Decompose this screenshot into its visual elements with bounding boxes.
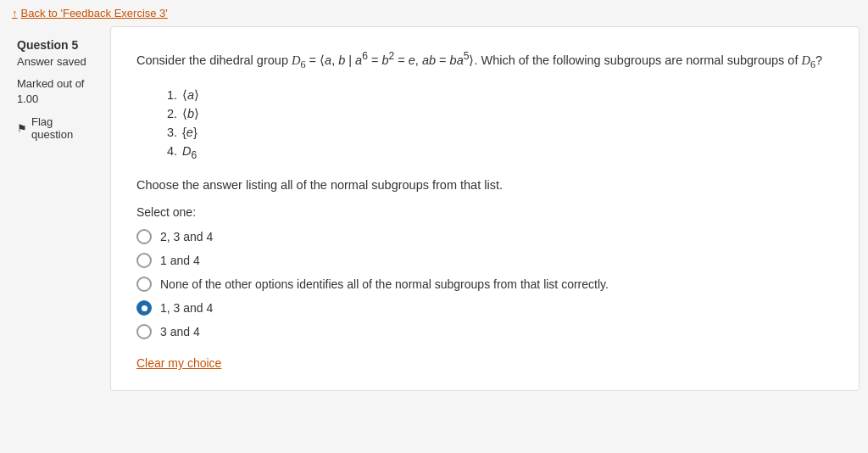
radio-circle-4: [136, 300, 152, 316]
subgroup-item-2: 2. ⟨b⟩: [162, 107, 833, 120]
radio-option-3[interactable]: None of the other options identifies all…: [136, 277, 833, 292]
select-one-label: Select one:: [136, 205, 833, 219]
radio-option-4[interactable]: 1, 3 and 4: [136, 300, 833, 316]
back-link-label: Back to 'Feedback Exercise 3': [21, 7, 168, 20]
sidebar: Question 5 Answer saved Marked out of 1.…: [8, 26, 102, 391]
choose-text: Choose the answer listing all of the nor…: [136, 178, 833, 192]
subgroup-item-4: 4. D6: [162, 144, 833, 161]
radio-label-2: 1 and 4: [160, 254, 200, 267]
subgroup-item-1: 1. ⟨a⟩: [162, 88, 833, 102]
question-text: Consider the dihedral group D6 = ⟨a, b |…: [136, 48, 833, 73]
flag-question-button[interactable]: ⚑ Flag question: [17, 115, 93, 141]
answer-saved-label: Answer saved: [17, 55, 93, 68]
radio-circle-5: [136, 324, 152, 339]
back-arrow-icon: ↑: [12, 7, 18, 20]
marked-out-of: Marked out of 1.00: [17, 76, 93, 107]
subgroups-list: 1. ⟨a⟩ 2. ⟨b⟩ 3. {e} 4. D6: [162, 88, 833, 161]
back-link[interactable]: ↑ Back to 'Feedback Exercise 3': [0, 0, 868, 26]
question-content: Consider the dihedral group D6 = ⟨a, b |…: [110, 26, 860, 391]
radio-label-3: None of the other options identifies all…: [160, 277, 609, 291]
radio-group: 2, 3 and 4 1 and 4 None of the other opt…: [136, 229, 833, 339]
radio-circle-1: [136, 229, 152, 244]
question-number: Question 5: [17, 38, 93, 52]
radio-option-5[interactable]: 3 and 4: [136, 324, 833, 339]
radio-label-1: 2, 3 and 4: [160, 230, 213, 243]
radio-label-4: 1, 3 and 4: [160, 301, 213, 315]
subgroup-item-3: 3. {e}: [162, 126, 833, 139]
radio-circle-2: [136, 253, 152, 268]
radio-label-5: 3 and 4: [160, 325, 200, 338]
radio-option-1[interactable]: 2, 3 and 4: [136, 229, 833, 244]
flag-icon: ⚑: [17, 122, 27, 135]
radio-option-2[interactable]: 1 and 4: [136, 253, 833, 268]
clear-choice-button[interactable]: Clear my choice: [136, 356, 221, 370]
radio-circle-3: [136, 277, 152, 292]
main-layout: Question 5 Answer saved Marked out of 1.…: [0, 26, 868, 408]
